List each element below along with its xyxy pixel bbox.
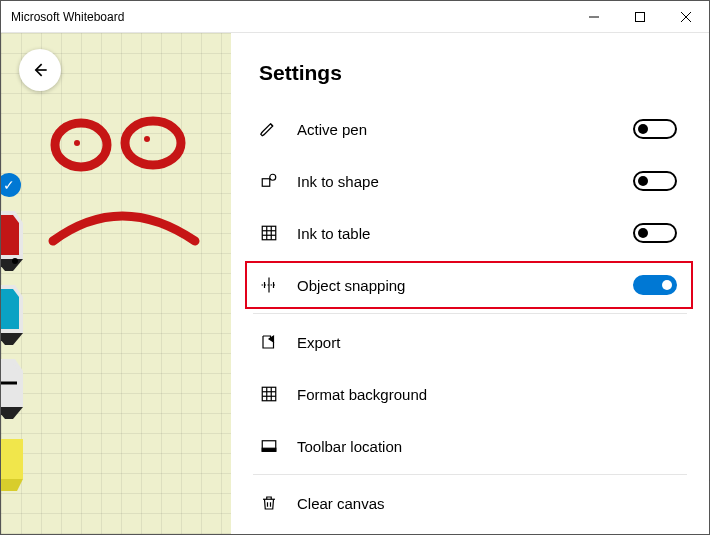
back-arrow-icon xyxy=(30,60,50,80)
setting-label: Ink to table xyxy=(297,225,633,242)
touch-writing-toggle[interactable]: ✓ xyxy=(1,173,21,197)
svg-marker-14 xyxy=(1,289,19,329)
whiteboard-canvas[interactable]: ✓ xyxy=(1,33,231,534)
app-window: http://winaero.com http://winaero.com ht… xyxy=(0,0,710,535)
ink-to-shape-icon xyxy=(259,171,279,191)
svg-rect-39 xyxy=(262,448,276,451)
titlebar: Microsoft Whiteboard xyxy=(1,1,709,33)
format-background-icon xyxy=(259,384,279,404)
ink-to-table-icon xyxy=(259,223,279,243)
pen-tool-black[interactable] xyxy=(1,359,23,419)
content-area: ✓ Settings Act xyxy=(1,33,709,534)
svg-marker-18 xyxy=(1,407,23,419)
toggle-ink-to-shape[interactable] xyxy=(633,171,677,191)
setting-ink-to-shape[interactable]: Ink to shape xyxy=(253,155,687,207)
window-title: Microsoft Whiteboard xyxy=(1,10,571,24)
back-button[interactable] xyxy=(19,49,61,91)
setting-label: Object snapping xyxy=(297,277,633,294)
setting-label: Active pen xyxy=(297,121,633,138)
setting-active-pen[interactable]: Active pen xyxy=(253,103,687,155)
minimize-button[interactable] xyxy=(571,1,617,33)
divider xyxy=(253,474,687,475)
canvas-grid xyxy=(1,33,231,534)
svg-rect-33 xyxy=(262,387,276,401)
setting-label: Export xyxy=(297,334,677,351)
svg-point-8 xyxy=(144,136,150,142)
settings-heading: Settings xyxy=(253,61,687,85)
divider xyxy=(253,313,687,314)
settings-panel: Settings Active pen Ink to shape xyxy=(231,33,709,534)
setting-object-snapping[interactable]: Object snapping xyxy=(253,259,687,311)
toggle-object-snapping[interactable] xyxy=(633,275,677,295)
pen-tool-red[interactable] xyxy=(1,211,23,271)
setting-label: Ink to shape xyxy=(297,173,633,190)
window-controls xyxy=(571,1,709,33)
svg-marker-11 xyxy=(1,259,23,271)
setting-label: Toolbar location xyxy=(297,438,677,455)
svg-rect-24 xyxy=(262,226,276,240)
setting-label: Clear canvas xyxy=(297,495,677,512)
setting-export[interactable]: Export xyxy=(253,316,687,368)
toggle-active-pen[interactable] xyxy=(633,119,677,139)
toolbar-location-icon xyxy=(259,436,279,456)
svg-marker-21 xyxy=(1,479,23,491)
object-snapping-icon xyxy=(259,275,279,295)
pen-toolbar: ✓ xyxy=(1,173,35,493)
setting-format-background[interactable]: Format background xyxy=(253,368,687,420)
setting-ink-to-table[interactable]: Ink to table xyxy=(253,207,687,259)
toggle-ink-to-table[interactable] xyxy=(633,223,677,243)
svg-point-23 xyxy=(270,174,276,180)
svg-rect-1 xyxy=(636,12,645,21)
pen-tool-blue[interactable] xyxy=(1,285,23,345)
ink-drawing-sad-face xyxy=(41,113,221,273)
close-button[interactable] xyxy=(663,1,709,33)
export-icon xyxy=(259,332,279,352)
pen-tool-highlighter[interactable] xyxy=(1,433,23,493)
svg-point-7 xyxy=(125,121,181,165)
maximize-button[interactable] xyxy=(617,1,663,33)
setting-label: Format background xyxy=(297,386,677,403)
pen-icon xyxy=(259,119,279,139)
svg-rect-20 xyxy=(1,439,23,479)
svg-point-12 xyxy=(12,258,18,264)
setting-toolbar-location[interactable]: Toolbar location xyxy=(253,420,687,472)
svg-marker-10 xyxy=(1,215,19,255)
svg-point-5 xyxy=(55,123,107,167)
svg-rect-22 xyxy=(262,179,270,187)
setting-clear-canvas[interactable]: Clear canvas xyxy=(253,477,687,529)
svg-point-6 xyxy=(74,140,80,146)
trash-icon xyxy=(259,493,279,513)
svg-marker-15 xyxy=(1,333,23,345)
